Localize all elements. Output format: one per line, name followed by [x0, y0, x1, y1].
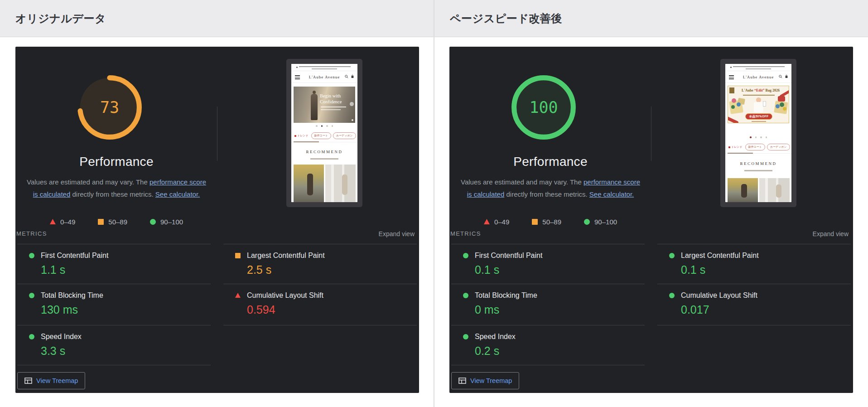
metric-status-icon — [235, 253, 241, 258]
metric-cumulative-layout-shift: Cumulative Layout Shift 0.017 — [657, 284, 851, 324]
final-screenshot[interactable]: L'Aube Avenue Begin withConfidence トレンド … — [286, 59, 362, 207]
metric-cumulative-layout-shift: Cumulative Layout Shift 0.594 — [223, 284, 417, 324]
carousel-dots — [291, 125, 357, 127]
ribbon-decor — [728, 116, 739, 123]
metric-status-icon — [463, 293, 468, 298]
chip: 新作コート — [311, 132, 331, 139]
circle-icon — [584, 219, 590, 225]
metric-speed-index: Speed Index 0.2 s — [451, 325, 645, 365]
lighthouse-report-original: 73 Performance Values are estimated and … — [15, 47, 419, 393]
site-header: L'Aube Avenue — [291, 71, 357, 83]
chip-scroll-indicator — [728, 153, 753, 154]
metric-largest-contentful-paint: Largest Contentful Paint 2.5 s — [223, 244, 417, 284]
hero-figure — [311, 94, 318, 120]
legend-range-poor: 0–49 — [50, 218, 75, 226]
expand-view-button[interactable]: Expand view — [379, 230, 415, 237]
product-images — [294, 165, 356, 202]
notice-dot-icon — [296, 67, 298, 68]
view-treemap-button[interactable]: View Treemap — [17, 372, 85, 389]
site-notice-bar — [725, 64, 791, 71]
score-description: Values are estimated and may vary. The p… — [458, 176, 643, 200]
metric-status-icon — [29, 334, 34, 339]
bag-icon — [351, 74, 354, 78]
screenshot-content: L'Aube Avenue L'Aube “Edit” Bag 2026 — [725, 64, 791, 202]
metric-total-blocking-time: Total Blocking Time 0 ms — [451, 284, 645, 324]
carousel-dots — [725, 136, 791, 138]
product-photo — [325, 165, 356, 202]
gauge-screenshot-divider — [651, 107, 651, 161]
header-icons — [345, 74, 354, 78]
recommend-heading: RECOMMEND — [291, 150, 357, 154]
see-calculator-link[interactable]: See calculator. — [155, 190, 200, 198]
chip-scroll-indicator — [294, 141, 319, 142]
search-icon — [345, 75, 348, 78]
expand-view-button[interactable]: Expand view — [813, 230, 849, 237]
metric-status-icon — [463, 334, 468, 339]
banner-title: L'Aube “Edit” Bag 2026 — [734, 88, 787, 92]
screenshot-content: L'Aube Avenue Begin withConfidence トレンド … — [291, 64, 357, 202]
metrics-section-label: METRICS — [16, 230, 47, 237]
chip: カーディガン — [767, 144, 790, 150]
column-title: ページスピード改善後 — [450, 11, 562, 26]
view-treemap-button[interactable]: View Treemap — [451, 372, 519, 389]
notice-text-line — [733, 66, 785, 67]
hero-subtext-line — [321, 107, 346, 107]
notice-text-line — [299, 66, 351, 67]
column-divider — [434, 0, 434, 407]
score-legend: 0–49 50–89 90–100 — [449, 218, 651, 226]
category-chips: トレンド 新作コート カーディガン セットアップ ニット — [728, 144, 791, 150]
product-photo — [759, 178, 790, 202]
gauge-screenshot-divider — [217, 107, 217, 161]
site-notice-bar — [291, 64, 357, 71]
divider — [657, 325, 851, 325]
bag-icon — [785, 74, 788, 78]
carousel-next-icon — [350, 102, 354, 106]
site-header: L'Aube Avenue — [725, 71, 791, 83]
divider — [17, 365, 211, 365]
square-icon — [532, 219, 538, 225]
lighthouse-report-improved: 100 Performance Values are estimated and… — [449, 47, 853, 393]
divider — [223, 325, 417, 325]
final-screenshot[interactable]: L'Aube Avenue L'Aube “Edit” Bag 2026 — [720, 59, 796, 207]
chip: トレンド — [728, 144, 743, 150]
recommend-subtitle-line — [744, 170, 772, 171]
product-photo — [728, 178, 758, 202]
see-calculator-link[interactable]: See calculator. — [589, 190, 634, 198]
metric-status-icon — [29, 253, 34, 258]
metric-status-icon — [669, 293, 675, 298]
category-chips: トレンド 新作コート カーディガン セットアップ ニット — [294, 132, 357, 139]
score-description: Values are estimated and may vary. The p… — [24, 176, 209, 200]
recommend-subtitle-line — [310, 158, 338, 160]
hero-image: Begin withConfidence — [294, 87, 355, 123]
notice-text-line — [746, 68, 771, 69]
decor-dot — [352, 119, 353, 121]
discount-badge: 全品50%OFF — [745, 113, 772, 120]
metrics-section-label: METRICS — [450, 230, 481, 237]
recommend-heading: RECOMMEND — [725, 161, 791, 166]
chip: トレンド — [294, 133, 309, 139]
notice-text-line — [312, 68, 337, 69]
metric-first-contentful-paint: First Contentful Paint 1.1 s — [17, 244, 211, 284]
metric-status-icon — [669, 253, 675, 258]
circle-icon — [150, 219, 156, 225]
header-icons — [779, 74, 788, 78]
hero-banner: L'Aube “Edit” Bag 2026 全品50%OFF — [728, 86, 789, 123]
metric-status-icon — [29, 293, 34, 298]
divider — [451, 365, 645, 365]
metric-speed-index: Speed Index 3.3 s — [17, 325, 211, 365]
triangle-icon — [50, 219, 56, 225]
category-title: Performance — [449, 155, 651, 169]
model-figure — [754, 102, 763, 112]
performance-score: 100 — [510, 74, 577, 141]
score-legend: 0–49 50–89 90–100 — [15, 218, 217, 226]
category-title: Performance — [15, 155, 217, 169]
hero-title: Begin withConfidence — [320, 93, 354, 105]
metric-status-icon — [463, 253, 468, 258]
metric-first-contentful-paint: First Contentful Paint 0.1 s — [451, 244, 645, 284]
performance-gauge[interactable]: 73 — [76, 74, 143, 141]
legend-range-average: 50–89 — [98, 218, 127, 226]
badge-subtext-line — [752, 121, 766, 122]
phone-prop — [763, 101, 766, 107]
notice-dot-icon — [730, 67, 732, 68]
performance-gauge[interactable]: 100 — [510, 74, 577, 141]
